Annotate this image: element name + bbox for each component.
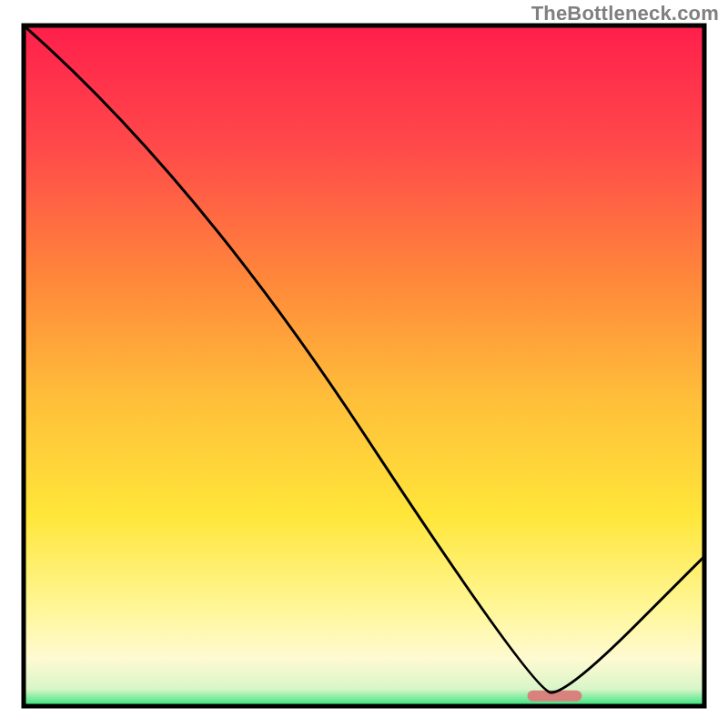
chart-stage: TheBottleneck.com	[0, 0, 728, 728]
watermark-text: TheBottleneck.com	[531, 2, 719, 25]
plot-background	[24, 25, 704, 706]
bottleneck-chart	[0, 0, 728, 728]
